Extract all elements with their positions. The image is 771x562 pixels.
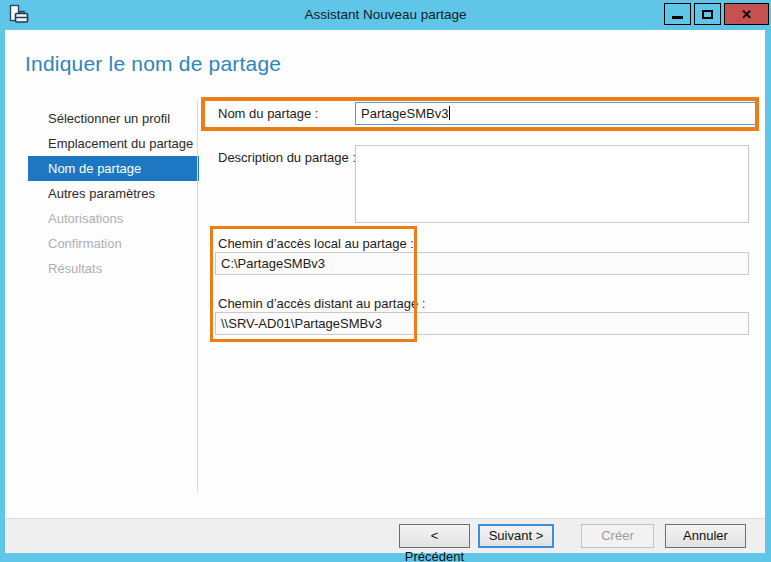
titlebar[interactable]: Assistant Nouveau partage ✕ [0,0,771,30]
footer-bar: < Précédent Suivant > Créer Annuler [5,518,765,553]
sidebar-item-selectionner-un-profil[interactable]: Sélectionner un profil [28,106,199,131]
maximize-button[interactable] [694,3,721,25]
share-name-input[interactable]: PartageSMBv3 [355,102,757,125]
minimize-icon [672,16,683,19]
share-name-label: Nom du partage : [218,106,318,121]
local-path-value: C:\PartageSMBv3 [221,256,325,271]
wizard-steps: Sélectionner un profil Emplacement du pa… [28,106,199,281]
local-path-field: C:\PartageSMBv3 [215,252,749,275]
wizard-content: Indiquer le nom de partage Sélectionner … [5,30,765,553]
minimize-button[interactable] [664,3,691,25]
previous-button[interactable]: < Précédent [399,524,470,548]
next-button[interactable]: Suivant > [478,524,554,548]
close-button[interactable]: ✕ [724,3,769,25]
sidebar-item-resultats: Résultats [28,256,199,281]
remote-path-field: \\SRV-AD01\PartageSMBv3 [215,312,749,335]
window-title: Assistant Nouveau partage [0,0,771,30]
text-caret [449,106,450,120]
cancel-button[interactable]: Annuler [665,524,746,548]
sidebar-item-autorisations: Autorisations [28,206,199,231]
vertical-divider [197,100,198,492]
create-button[interactable]: Créer [581,524,654,548]
sidebar-item-autres-parametres[interactable]: Autres paramètres [28,181,199,206]
page-title: Indiquer le nom de partage [25,52,281,76]
sidebar-item-confirmation: Confirmation [28,231,199,256]
share-name-value: PartageSMBv3 [361,106,448,121]
close-icon: ✕ [741,8,752,21]
sidebar-item-emplacement-du-partage[interactable]: Emplacement du partage [28,131,199,156]
remote-path-label: Chemin d’accès distant au partage : [218,296,425,311]
sidebar-item-nom-de-partage[interactable]: Nom de partage [28,156,199,181]
remote-path-value: \\SRV-AD01\PartageSMBv3 [221,316,382,331]
share-description-label: Description du partage : [218,150,356,165]
maximize-icon [702,10,713,19]
local-path-label: Chemin d’accès local au partage : [218,236,414,251]
share-description-textarea[interactable] [355,145,749,223]
wizard-window: Assistant Nouveau partage ✕ Indiquer le … [0,0,771,562]
